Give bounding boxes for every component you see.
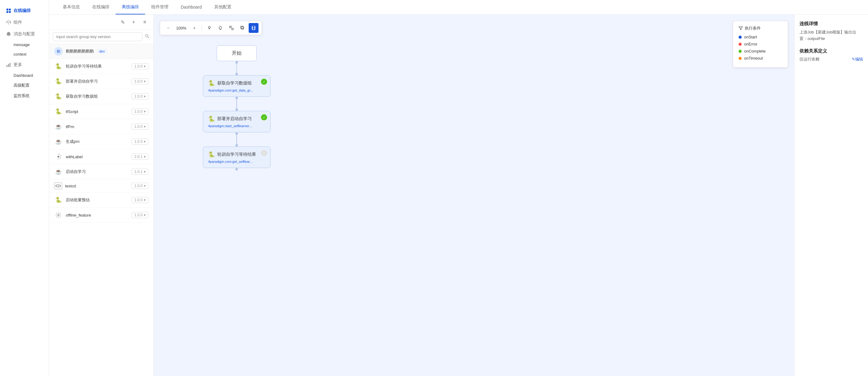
comp-version[interactable]: 1.0.0▾ [131, 78, 149, 84]
list-item[interactable]: 🐍 启动批量预估 1.0.0▾ [49, 193, 153, 208]
search-input[interactable] [53, 32, 142, 41]
zoom-level: 100% [174, 26, 188, 30]
fit-view-button[interactable] [226, 23, 236, 33]
connector [236, 168, 238, 170]
exec-item-onerror: onError [739, 42, 782, 46]
node-check-done: ✓ [261, 79, 267, 85]
comp-name: withLabel [66, 155, 131, 159]
list-item[interactable]: testcd 1.0.0▾ [49, 179, 153, 193]
edit-icon[interactable]: ✎ [119, 19, 126, 26]
comp-version[interactable]: 1.0.0▾ [131, 197, 149, 203]
dependency-section: 依赖关系定义 仅运行依赖 ✎编辑 [800, 48, 863, 62]
deploy-node[interactable]: 🐍 部署并启动自学习 4paradigm:start_selflearner..… [203, 111, 271, 132]
sidebar-item-advanced-config[interactable]: 高级配置 [0, 80, 49, 91]
svg-rect-0 [6, 9, 8, 10]
node-subtitle: 4paradigm.com:get_selflear... [208, 160, 265, 163]
tab-component-manage[interactable]: 组件管理 [145, 0, 175, 14]
list-item[interactable]: 🐍 轮训自学习等待结果 1.0.0▾ [49, 59, 153, 74]
zoom-in-button[interactable]: + [189, 23, 199, 33]
lightbulb-outline-button[interactable] [215, 23, 225, 33]
tab-offline[interactable]: 离线编排 [116, 0, 145, 14]
connector-dot [236, 73, 238, 75]
comp-name: 启动自学习 [66, 169, 131, 174]
comp-version[interactable]: 2.0.1▾ [131, 153, 149, 160]
comp-version[interactable]: 1.0.0▾ [131, 93, 149, 100]
copy-button[interactable] [238, 23, 247, 33]
python-icon: 🐍 [208, 115, 215, 122]
node-check-done: ✓ [261, 114, 267, 121]
connector-line [236, 99, 237, 108]
dependency-row: 仅运行依赖 ✎编辑 [800, 57, 863, 62]
get-data-node[interactable]: 🐍 获取自学习数据组 4paradigm.com:get_data_gr... … [203, 75, 271, 97]
save-button[interactable] [249, 23, 258, 33]
svg-rect-6 [9, 63, 10, 67]
search-button[interactable] [145, 34, 150, 40]
top-tabs: 基本信息 在线编排 离线编排 组件管理 Dashboard 其他配置 [49, 0, 868, 15]
exec-item-ontimeout: onTimeout [739, 56, 782, 61]
node-subtitle: 4paradigm.com:get_data_gr... [208, 89, 265, 92]
sidebar-item-monitor[interactable]: 监控系统 [0, 91, 49, 101]
dependency-label: 仅运行依赖 [800, 57, 819, 62]
sidebar-item-dashboard[interactable]: Dashboard [0, 71, 49, 80]
python-icon: 🐍 [54, 92, 63, 101]
python-icon: 🐍 [54, 107, 63, 116]
sidebar-item-more[interactable]: 更多 [0, 59, 49, 71]
list-item[interactable]: withLabel 2.0.1▾ [49, 149, 153, 164]
tab-other-config[interactable]: 其他配置 [208, 0, 238, 14]
zoom-out-button[interactable]: − [163, 23, 173, 33]
comp-name: 启动批量预估 [66, 197, 131, 203]
list-item[interactable]: offline_feature 1.0.0▾ [49, 208, 153, 223]
java-icon: ☕ [54, 122, 63, 131]
comp-version[interactable]: 1.0.1▾ [131, 169, 149, 175]
dependency-edit-link[interactable]: ✎编辑 [852, 57, 863, 62]
component-panel: ✎ + ≡ 鹅 鹅鹅鹅鹅鹅鹅鹅 dev 🐍 轮训自学习等待结果 1.0.0▾ [49, 15, 154, 376]
list-icon[interactable]: ≡ [141, 19, 149, 26]
list-item[interactable]: ☕ 启动自学习 1.0.1▾ [49, 164, 153, 179]
comp-name: testcd [65, 184, 131, 188]
sidebar-item-context[interactable]: context [0, 49, 49, 59]
sidebar-item-message[interactable]: 消息与配置 [0, 28, 49, 40]
sidebar-item-component[interactable]: 组件 [0, 16, 49, 28]
tab-basic-info[interactable]: 基本信息 [57, 0, 86, 14]
sidebar-label: 消息与配置 [13, 31, 35, 37]
sidebar-item-pipeline[interactable]: 在线编排 [0, 5, 49, 16]
svg-rect-17 [232, 28, 233, 30]
canvas-area[interactable]: − 100% + [154, 15, 794, 376]
flow-chart: 开始 🐍 获取自学习数据组 4paradigm.com:get_data_gr.… [203, 45, 271, 170]
exec-condition-title: 执行条件 [739, 26, 782, 31]
list-item[interactable]: 🐍 tfScript 1.0.0▾ [49, 104, 153, 119]
comp-version[interactable]: 1.0.0▾ [131, 108, 149, 114]
start-node[interactable]: 开始 [217, 45, 257, 61]
lightbulb-button[interactable] [205, 23, 214, 33]
comp-version[interactable]: 1.0.0▾ [131, 124, 149, 130]
tab-online[interactable]: 在线编排 [86, 0, 116, 14]
tab-dashboard[interactable]: Dashboard [175, 0, 208, 14]
list-item[interactable]: ☕ 生成prn 1.0.3▾ [49, 134, 153, 149]
dependency-title: 依赖关系定义 [800, 48, 863, 54]
connector-dot [236, 144, 238, 146]
sidebar-item-message-sub[interactable]: message [0, 40, 49, 49]
comp-name: 生成prn [66, 139, 131, 144]
group-name: 鹅鹅鹅鹅鹅鹅鹅 [66, 48, 94, 54]
connector-dot [236, 61, 238, 64]
list-item[interactable]: 🐍 部署并启动自学习 1.0.0▾ [49, 74, 153, 89]
exec-item-onstart: onStart [739, 35, 782, 39]
add-icon[interactable]: + [130, 19, 137, 26]
code-icon [54, 182, 62, 189]
connection-detail-title: 连线详情 [800, 21, 863, 27]
python-icon: 🐍 [208, 80, 215, 87]
node-header: 🐍 部署并启动自学习 [208, 115, 265, 122]
connector-dashed-line [236, 64, 237, 73]
comp-version[interactable]: 1.0.0▾ [131, 183, 149, 189]
svg-point-11 [58, 214, 59, 216]
svg-rect-5 [8, 64, 9, 67]
onstart-dot [739, 36, 742, 39]
connector [236, 132, 238, 146]
comp-version[interactable]: 1.0.0▾ [131, 63, 149, 69]
comp-version[interactable]: 1.0.3▾ [131, 139, 149, 145]
comp-version[interactable]: 1.0.0▾ [131, 212, 149, 218]
list-item[interactable]: ☕ tfPrn 1.0.0▾ [49, 119, 153, 134]
list-item[interactable]: 🐍 获取自学习数据组 1.0.0▾ [49, 89, 153, 104]
connector-dot [236, 132, 238, 135]
train-wait-node[interactable]: 🐍 轮训自学习等待结果 4paradigm.com:get_selflear..… [203, 146, 271, 168]
